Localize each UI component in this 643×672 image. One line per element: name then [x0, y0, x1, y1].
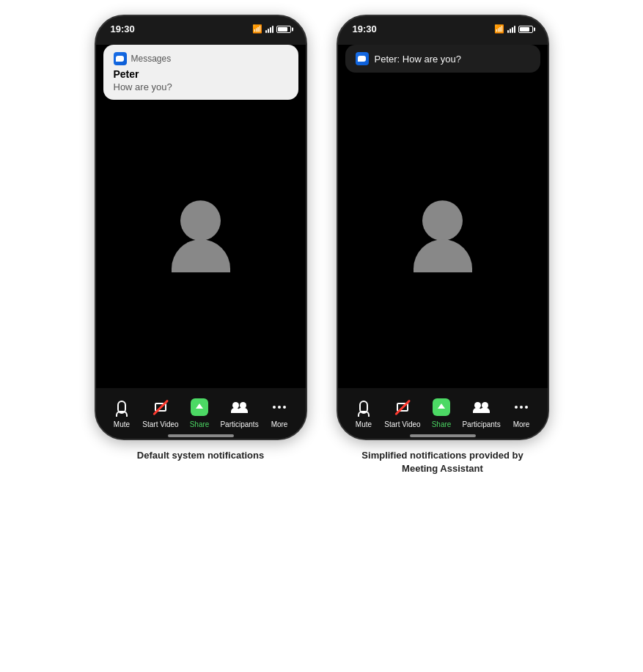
right-avatar-head — [422, 200, 463, 241]
dot-3 — [283, 406, 286, 409]
right-share-arrow-icon — [438, 403, 445, 409]
right-mute-button[interactable]: Mute — [347, 397, 380, 428]
right-more-dots-icon — [515, 406, 528, 409]
right-video-icon — [392, 397, 413, 417]
right-phone-frame: 19:30 📶 — [337, 15, 549, 440]
notification-sender: Peter — [114, 68, 288, 80]
avatar-head — [180, 200, 221, 241]
microphone-icon — [117, 401, 126, 414]
share-arrow-icon — [196, 403, 203, 409]
right-notification-text: Peter: How are you? — [375, 54, 462, 65]
start-video-button[interactable]: Start Video — [142, 397, 178, 428]
right-signal-icon — [507, 26, 515, 33]
share-icon-wrapper — [189, 397, 210, 417]
dot-2 — [278, 406, 281, 409]
right-status-time: 19:30 — [353, 23, 377, 34]
right-message-bubble-icon — [358, 56, 366, 62]
signal-icon — [265, 26, 273, 33]
right-share-label: Share — [432, 420, 452, 428]
right-phone-screen: Peter: How are you? Mute — [338, 45, 548, 440]
mute-icon — [111, 397, 132, 417]
right-wifi-icon: 📶 — [494, 24, 504, 34]
avatar-body — [172, 239, 230, 272]
right-dot-3 — [525, 406, 528, 409]
right-bottom-toolbar: Mute Start Video — [338, 388, 548, 440]
right-home-indicator — [410, 434, 476, 437]
wifi-icon: 📶 — [252, 24, 262, 34]
right-participants-label: Participants — [462, 420, 500, 428]
more-button[interactable]: More — [263, 397, 296, 428]
more-label: More — [271, 420, 288, 428]
people-icon — [231, 402, 248, 413]
right-mute-label: Mute — [356, 420, 372, 428]
video-icon — [150, 397, 171, 417]
right-dot-2 — [520, 406, 523, 409]
participants-icon — [229, 397, 250, 417]
right-people-icon — [473, 402, 490, 413]
phones-comparison: 19:30 📶 — [22, 15, 621, 475]
notification-header: Messages — [114, 52, 288, 65]
more-dots-icon — [273, 406, 286, 409]
left-phone-wrapper: 19:30 📶 — [95, 15, 307, 462]
notification-app-name: Messages — [131, 54, 172, 64]
mute-label: Mute — [114, 420, 130, 428]
right-start-video-label: Start Video — [384, 420, 420, 428]
right-participants-button[interactable]: Participants — [462, 397, 500, 428]
right-mute-icon — [353, 397, 374, 417]
left-status-bar: 19:30 📶 — [96, 16, 306, 39]
right-caller-avatar — [414, 200, 472, 272]
right-participants-icon — [471, 397, 492, 417]
right-person-sm-2 — [480, 402, 490, 413]
share-box-icon — [191, 398, 208, 416]
message-bubble-icon — [116, 56, 124, 62]
participants-button[interactable]: Participants — [220, 397, 258, 428]
right-status-icons: 📶 — [494, 24, 533, 34]
left-bottom-toolbar: Mute Start Video — [96, 388, 306, 440]
more-icon-wrapper — [269, 397, 290, 417]
battery-icon — [276, 26, 291, 33]
right-slash-line — [394, 399, 411, 415]
mute-button[interactable]: Mute — [105, 397, 138, 428]
right-status-bar: 19:30 📶 — [338, 16, 548, 39]
share-button[interactable]: Share — [183, 397, 216, 428]
left-notification-banner[interactable]: Messages Peter How are you? — [103, 45, 298, 100]
right-avatar-body — [414, 239, 472, 272]
left-phone-screen: Messages Peter How are you? — [96, 45, 306, 440]
right-share-box-icon — [433, 398, 450, 416]
right-messages-app-icon — [356, 52, 369, 65]
left-phone-frame: 19:30 📶 — [95, 15, 307, 440]
right-microphone-icon — [359, 401, 368, 414]
share-label: Share — [190, 420, 210, 428]
caller-avatar — [172, 200, 230, 272]
participants-label: Participants — [220, 420, 258, 428]
right-caption: Simplified notifications provided by Mee… — [361, 449, 523, 475]
right-battery-icon — [518, 26, 533, 33]
dot-1 — [273, 406, 276, 409]
left-status-icons: 📶 — [252, 24, 291, 34]
right-dot-1 — [515, 406, 518, 409]
right-more-icon-wrapper — [511, 397, 532, 417]
right-share-button[interactable]: Share — [425, 397, 458, 428]
video-slash — [149, 395, 172, 419]
right-more-button[interactable]: More — [505, 397, 538, 428]
home-indicator — [168, 434, 234, 437]
messages-app-icon — [114, 52, 127, 65]
left-caption: Default system notifications — [137, 449, 264, 462]
notification-message: How are you? — [114, 81, 288, 92]
start-video-label: Start Video — [142, 420, 178, 428]
right-phone-wrapper: 19:30 📶 — [337, 15, 549, 475]
right-share-icon-wrapper — [431, 397, 452, 417]
left-status-time: 19:30 — [111, 23, 135, 34]
right-more-label: More — [513, 420, 530, 428]
right-start-video-button[interactable]: Start Video — [384, 397, 420, 428]
slash-line — [153, 399, 169, 415]
person-sm-2 — [238, 402, 248, 413]
right-notification-banner[interactable]: Peter: How are you? — [345, 45, 540, 73]
right-video-slash — [391, 395, 414, 419]
